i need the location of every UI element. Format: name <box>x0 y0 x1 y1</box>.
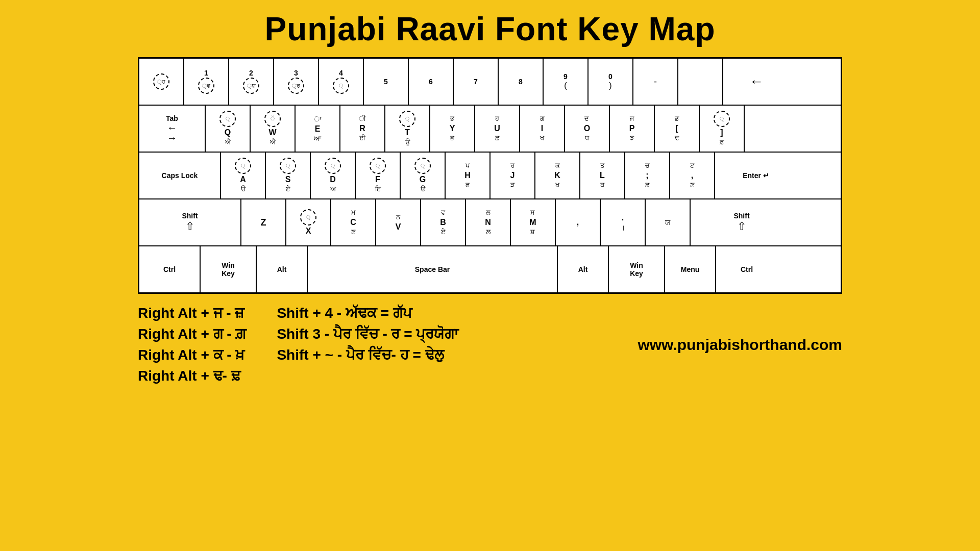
note-3: Right Alt + ਕ - ਖ਼ <box>138 347 246 364</box>
bottom-row: Ctrl WinKey Alt Space Bar Alt WinKey Men… <box>139 246 841 292</box>
notes-col-2: Shift + 4 - ਅੱਢਕ = ਗੱਪ Shift 3 - ਪੈਰ ਵਿੱ… <box>277 305 458 364</box>
key-t[interactable]: ੍ T ਉ <box>385 106 430 152</box>
key-backslash[interactable] <box>745 106 841 152</box>
key-r[interactable]: ੀ R ਈ <box>340 106 385 152</box>
key-8[interactable]: 8 <box>499 59 544 105</box>
keyboard: ੍ਹ 1 ੍ਵ 2 ੍ਯ 3 ੍ਰ 4 ੍ <box>138 57 842 294</box>
key-0[interactable]: 0 ) <box>589 59 633 105</box>
menu-key[interactable]: Menu <box>665 246 716 292</box>
win-right-key[interactable]: WinKey <box>609 246 665 292</box>
tab-key[interactable]: Tab ← → <box>139 106 206 152</box>
alt-left-key[interactable]: Alt <box>257 246 308 292</box>
key-c[interactable]: ਮ C ਣ <box>331 199 376 245</box>
key-h[interactable]: ਪ H ਫ <box>446 153 491 198</box>
caps-row: Caps Lock ੍ A ੳ ੍ S ਏ ੍ D ਅ ੍ <box>139 153 841 199</box>
key-l[interactable]: ਤ L ਥ <box>580 153 625 198</box>
key-g[interactable]: ੍ G ੳ <box>401 153 446 198</box>
ctrl-left-key[interactable]: Ctrl <box>139 246 201 292</box>
key-p[interactable]: ਜ P ਝ <box>610 106 655 152</box>
key-period[interactable]: . । <box>601 199 646 245</box>
key-semicolon[interactable]: ਚ ; ਛ <box>625 153 670 198</box>
key-1[interactable]: 1 ੍ਵ <box>184 59 229 105</box>
key-z[interactable]: Z <box>241 199 286 245</box>
alt-right-key[interactable]: Alt <box>558 246 609 292</box>
key-w[interactable]: ੌ W ਐ <box>251 106 296 152</box>
page-title: Punjabi Raavi Font Key Map <box>264 10 715 48</box>
backspace-key[interactable]: ← <box>723 59 790 105</box>
key-m[interactable]: ਸ M ਸ਼ <box>511 199 556 245</box>
key-b[interactable]: ਵ B ਏ <box>421 199 466 245</box>
shift-row: Shift ⇧ Z ੍ X ਮ C ਣ ਨ V ਵ <box>139 199 841 246</box>
key-u[interactable]: ਹ U ਛ <box>475 106 520 152</box>
info-section: Right Alt + ਜ - ਜ਼ Right Alt + ਗ - ਗ਼ Ri… <box>138 305 842 385</box>
key-i[interactable]: ਗ I ਖ <box>520 106 565 152</box>
key-o[interactable]: ਦ O ਧ <box>565 106 610 152</box>
note-1: Right Alt + ਜ - ਜ਼ <box>138 305 246 322</box>
website-url[interactable]: www.punjabishorthand.com <box>638 336 842 354</box>
note-2: Right Alt + ਗ - ਗ਼ <box>138 326 246 343</box>
key-x[interactable]: ੍ X <box>286 199 331 245</box>
key-3[interactable]: 3 ੍ਰ <box>274 59 319 105</box>
key-a[interactable]: ੍ A ੳ <box>221 153 266 198</box>
shift-right-key[interactable]: Shift ⇧ <box>691 199 793 245</box>
key-equals[interactable] <box>678 59 723 105</box>
key-lbracket[interactable]: ਡ [ ਢ <box>655 106 700 152</box>
win-left-key[interactable]: WinKey <box>201 246 257 292</box>
notes-col-1: Right Alt + ਜ - ਜ਼ Right Alt + ਗ - ਗ਼ Ri… <box>138 305 246 385</box>
key-4[interactable]: 4 ੍ <box>319 59 364 105</box>
key-backtick[interactable]: ੍ਹ <box>139 59 184 105</box>
key-7[interactable]: 7 <box>454 59 499 105</box>
ctrl-right-key[interactable]: Ctrl <box>716 246 777 292</box>
key-j[interactable]: ਰ J ੜ <box>491 153 535 198</box>
key-minus[interactable]: - <box>633 59 678 105</box>
key-v[interactable]: ਨ V <box>376 199 421 245</box>
note-7: Shift + ~ - ਪੈਰ ਵਿੱਚ- ਹ = ਢੇਲੁ <box>277 347 458 364</box>
key-k[interactable]: ਕ K ਖ <box>535 153 580 198</box>
shift-left-key[interactable]: Shift ⇧ <box>139 199 241 245</box>
note-6: Shift 3 - ਪੈਰ ਵਿੱਚ - ਰ = ਪ੍ਰਯੋਗਾ <box>277 326 458 343</box>
key-6[interactable]: 6 <box>409 59 454 105</box>
key-comma[interactable]: , <box>556 199 601 245</box>
space-key[interactable]: Space Bar <box>308 246 558 292</box>
key-9[interactable]: 9 ( <box>544 59 589 105</box>
key-quote[interactable]: ਟ , ਣ <box>670 153 715 198</box>
key-n[interactable]: ਲ N ਲ਼ <box>466 199 511 245</box>
key-2[interactable]: 2 ੍ਯ <box>229 59 274 105</box>
enter-key[interactable]: Enter ↵ <box>715 153 797 198</box>
note-4: Right Alt + ਢ- ਢ਼ <box>138 368 246 385</box>
key-5[interactable]: 5 <box>364 59 409 105</box>
key-rbracket[interactable]: ੍ ] ਫ਼ <box>700 106 745 152</box>
key-f[interactable]: ੍ F ਇ <box>356 153 401 198</box>
key-y[interactable]: ਭ Y ਭ <box>430 106 475 152</box>
key-q[interactable]: ੍ Q ਐ <box>206 106 251 152</box>
key-s[interactable]: ੍ S ਏ <box>266 153 311 198</box>
key-e[interactable]: ਾ E ਆ <box>296 106 340 152</box>
note-5: Shift + 4 - ਅੱਢਕ = ਗੱਪ <box>277 305 458 322</box>
caps-lock-key[interactable]: Caps Lock <box>139 153 221 198</box>
number-row: ੍ਹ 1 ੍ਵ 2 ੍ਯ 3 ੍ਰ 4 ੍ <box>139 59 841 106</box>
tab-row: Tab ← → ੍ Q ਐ ੌ W ਐ ਾ E ਆ <box>139 106 841 153</box>
key-ਯ[interactable]: ਯ <box>646 199 691 245</box>
key-d[interactable]: ੍ D ਅ <box>311 153 356 198</box>
